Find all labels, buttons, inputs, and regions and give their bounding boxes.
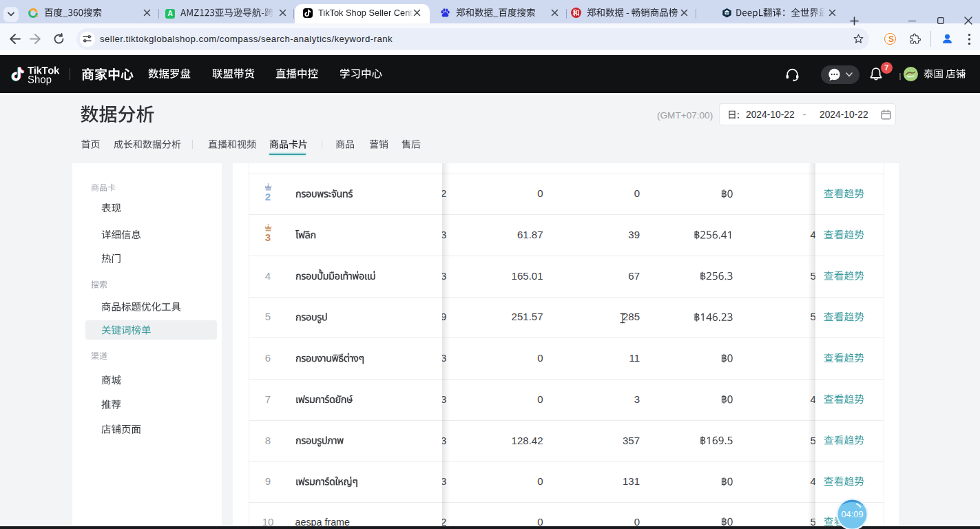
svg-text:04:09: 04:09 <box>841 509 863 519</box>
